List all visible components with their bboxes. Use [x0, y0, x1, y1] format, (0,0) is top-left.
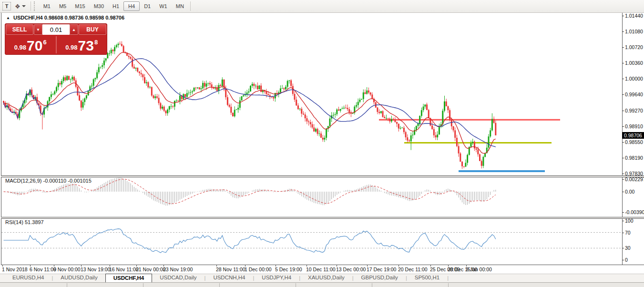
axis-tick-mark	[622, 63, 624, 63]
buy-price-base: 0.98	[65, 44, 77, 51]
price-axis-label: 0.97830	[625, 171, 643, 176]
time-axis-label: 23 Nov 19:00	[163, 266, 193, 272]
toolbar-separator	[190, 1, 191, 11]
price-axis-label: 1.01080	[625, 29, 643, 34]
chart-tab-sp500-h1[interactable]: SP500,H1	[407, 274, 447, 282]
time-axis[interactable]: 1 Nov 20186 Nov 11:009 Nov 00:0013 Nov 1…	[1, 265, 644, 274]
chart-tab-usdcnh-h4[interactable]: USDCNH,H4	[205, 274, 253, 282]
status-bar	[0, 282, 644, 287]
macd-panel[interactable]	[1, 177, 622, 217]
panel-divider[interactable]	[1, 217, 644, 219]
sell-price[interactable]: 0.98 70 6	[5, 35, 56, 54]
macd-axis-label: -0.003904	[625, 209, 644, 215]
toolbar-grip[interactable]	[34, 1, 36, 11]
chart-tab-eurusd-h4[interactable]: EURUSD,H4	[5, 274, 51, 282]
rsi-panel[interactable]	[1, 219, 622, 265]
sell-price-base: 0.98	[14, 44, 26, 51]
statusbar-separator	[372, 283, 372, 287]
time-axis-label: 20 Dec 11:00	[398, 266, 428, 272]
macd-values: -0.000110 -0.001015	[43, 178, 91, 184]
time-axis-label: 5 Dec 19:00	[275, 266, 302, 272]
tab-separator: |	[447, 274, 449, 282]
chevron-down-icon[interactable]	[22, 5, 26, 7]
time-axis-label: 1 Nov 2018	[2, 266, 28, 272]
axis-tick-mark	[622, 94, 624, 95]
rsi-axis-label: 70	[625, 230, 631, 236]
axis-tick-mark	[622, 192, 624, 192]
axis-tick-mark	[622, 233, 624, 233]
axis-tick-mark	[622, 221, 624, 221]
mt4-window: T ❖ M1M5M15M30H1H4D1W1MN ▲ USDCHF,H4 0.9…	[0, 0, 644, 287]
time-axis-label: 21 Nov 00:00	[136, 266, 165, 272]
macd-axis-label: 0.002297	[625, 176, 644, 182]
timeframe-group: M1M5M15M30H1H4D1W1MN	[39, 1, 188, 11]
price-axis-label: 0.98910	[625, 123, 643, 129]
chart-tab-usdjpy-h4[interactable]: USDJPY,H4	[254, 274, 299, 282]
axis-tick-mark	[622, 248, 624, 248]
volume-up-button[interactable]: ▲	[70, 24, 78, 35]
chart-title: ▲ USDCHF,H4 0.98608 0.98736 0.98598 0.98…	[6, 15, 124, 20]
timeframe-button-m30[interactable]: M30	[90, 1, 108, 11]
timeframe-button-m15[interactable]: M15	[71, 1, 89, 11]
text-tool-icon[interactable]: T	[2, 2, 11, 10]
buy-price[interactable]: 0.98 73 8	[57, 35, 107, 54]
timeframe-button-mn[interactable]: MN	[172, 1, 188, 11]
buy-price-point: 8	[94, 39, 98, 46]
timeframe-button-h1[interactable]: H1	[108, 1, 123, 11]
axis-tick-mark	[622, 47, 624, 48]
buy-price-pips: 73	[78, 39, 94, 52]
one-click-trading-panel: SELL ▼ 0.01 ▲ BUY 0.98 70 6 0.98 73 8	[5, 23, 107, 55]
time-axis-label: 13 Nov 19:00	[81, 266, 110, 272]
axis-tick-mark	[622, 212, 624, 213]
time-axis-label: 10 Dec 11:00	[306, 266, 336, 272]
toolbar: T ❖ M1M5M15M30H1H4D1W1MN	[0, 0, 644, 13]
sell-price-point: 6	[43, 39, 46, 46]
chart-tab-audusd-daily[interactable]: AUDUSD,Daily	[53, 274, 105, 282]
price-axis[interactable]: 1.014401.010801.007201.003601.000000.996…	[623, 13, 644, 265]
buy-button[interactable]: BUY	[79, 24, 106, 35]
axis-tick-mark	[622, 158, 624, 158]
price-axis-label: 1.00720	[625, 44, 643, 50]
rsi-label: RSI(14) 51.3897	[5, 219, 44, 225]
chart-tab-gbpusd-daily[interactable]: GBPUSD,Daily	[354, 274, 406, 282]
time-axis-label: 9 Nov 00:00	[53, 266, 81, 272]
macd-axis-label: 0.00	[625, 189, 634, 195]
time-axis-label: 13 Dec 00:00	[336, 266, 366, 272]
time-axis-label: 28 Nov 11:00	[216, 266, 245, 272]
price-axis-label: 1.01440	[625, 13, 643, 19]
volume-down-button[interactable]: ▼	[34, 24, 42, 35]
axis-tick-mark	[622, 31, 624, 32]
macd-label: MACD(12,26,9) -0.000110 -0.001015	[5, 178, 92, 184]
rsi-value: 51.3897	[25, 219, 44, 225]
axis-tick-mark	[622, 142, 624, 143]
time-axis-label: 16 Nov 11:00	[109, 266, 139, 272]
axis-tick-mark	[622, 126, 624, 127]
symbol-label: USDCHF,H4	[13, 15, 43, 20]
price-axis-label: 0.98190	[625, 155, 643, 161]
chart-tab-xauusd-daily[interactable]: XAUUSD,Daily	[300, 274, 352, 282]
timeframe-button-m5[interactable]: M5	[55, 1, 71, 11]
price-axis-label: 0.99640	[625, 92, 643, 97]
axis-tick-mark	[622, 179, 624, 180]
rsi-axis-label: 100	[625, 218, 634, 224]
volume-input[interactable]: 0.01	[42, 24, 70, 35]
time-axis-label: 1 Dec 00:00	[245, 266, 272, 272]
axis-tick-mark	[622, 111, 624, 111]
time-axis-label: 17 Dec 19:00	[367, 266, 396, 272]
chart-tab-usdcad-daily[interactable]: USDCAD,Daily	[152, 274, 204, 282]
chart-tab-usdchf-h4[interactable]: USDCHF,H4	[105, 274, 153, 282]
collapse-icon[interactable]: ▲	[6, 16, 10, 20]
price-axis-label: 1.00000	[625, 76, 643, 82]
sell-button[interactable]: SELL	[6, 24, 33, 35]
crosshair-tool-icon[interactable]: ❖	[15, 1, 20, 11]
ohlc-values: 0.98608 0.98736 0.98598 0.98706	[44, 15, 124, 20]
timeframe-button-h4[interactable]: H4	[123, 1, 140, 11]
statusbar-separator	[67, 283, 67, 287]
time-axis-label: 3 Jan 00:00	[466, 266, 492, 272]
timeframe-button-w1[interactable]: W1	[155, 1, 172, 11]
statusbar-separator	[296, 283, 296, 287]
timeframe-button-m1[interactable]: M1	[39, 1, 55, 11]
panel-divider[interactable]	[1, 175, 644, 177]
timeframe-button-d1[interactable]: D1	[140, 1, 155, 11]
toolbar-separator	[31, 1, 31, 11]
